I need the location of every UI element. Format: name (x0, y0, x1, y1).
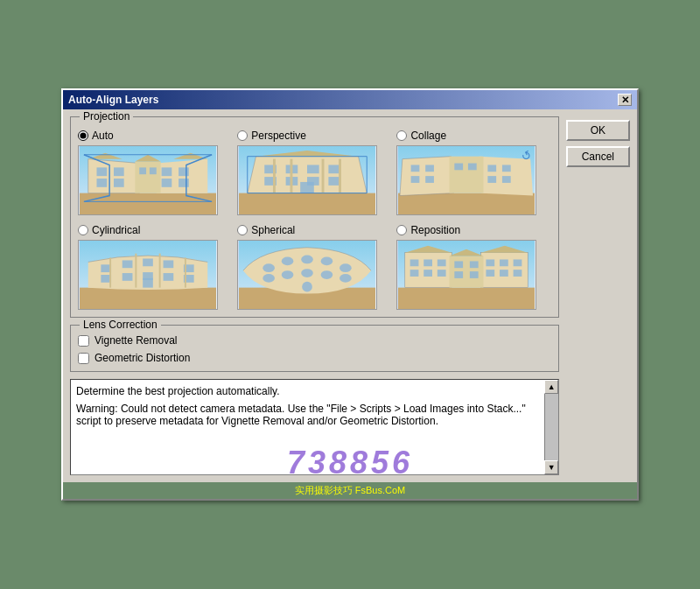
cylindrical-radio-row[interactable]: Cylindrical (78, 224, 140, 236)
svg-point-83 (282, 270, 294, 279)
auto-radio[interactable] (78, 130, 88, 141)
svg-rect-106 (514, 259, 522, 266)
svg-rect-62 (143, 258, 153, 266)
projection-collage-item: Collage (396, 130, 550, 215)
svg-rect-102 (424, 270, 433, 277)
buttons-panel: OK Cancel (566, 116, 630, 475)
svg-rect-103 (438, 270, 446, 277)
svg-rect-107 (486, 270, 495, 277)
svg-rect-35 (273, 159, 276, 193)
info-text-content: Determine the best projection automatica… (71, 380, 544, 474)
auto-label[interactable]: Auto (92, 130, 114, 142)
reposition-label[interactable]: Reposition (410, 224, 460, 236)
svg-point-86 (340, 274, 352, 283)
cylindrical-radio[interactable] (78, 225, 88, 235)
scroll-track (545, 394, 558, 460)
svg-rect-63 (164, 260, 174, 268)
auto-image (78, 145, 218, 215)
spherical-radio-row[interactable]: Spherical (237, 224, 295, 236)
geometric-label[interactable]: Geometric Distortion (94, 352, 190, 364)
svg-point-87 (302, 282, 312, 292)
dialog-body: Projection Auto (63, 109, 637, 482)
projection-title: Projection (80, 110, 133, 123)
svg-rect-5 (135, 162, 160, 193)
spherical-image (237, 240, 377, 310)
svg-rect-112 (455, 271, 464, 278)
svg-rect-104 (486, 259, 495, 266)
collage-label[interactable]: Collage (410, 130, 446, 142)
cylindrical-image (78, 240, 218, 310)
svg-rect-38 (339, 159, 341, 193)
svg-rect-54 (502, 176, 511, 183)
svg-point-79 (301, 256, 313, 264)
collage-radio[interactable] (396, 130, 407, 141)
vignette-checkbox[interactable] (78, 335, 89, 347)
collage-image: ↺ (396, 145, 536, 215)
scroll-up-button[interactable]: ▲ (544, 380, 558, 394)
reposition-radio-row[interactable]: Reposition (396, 224, 460, 236)
vignette-label[interactable]: Vignette Removal (94, 334, 178, 347)
svg-rect-53 (488, 176, 497, 183)
svg-point-84 (301, 269, 313, 277)
svg-point-78 (282, 257, 294, 266)
svg-rect-10 (114, 167, 124, 176)
collage-radio-row[interactable]: Collage (396, 130, 446, 142)
svg-rect-100 (438, 259, 446, 266)
spherical-radio[interactable] (237, 225, 248, 235)
perspective-image (237, 145, 377, 215)
svg-rect-89 (398, 288, 535, 309)
reposition-radio[interactable] (396, 225, 407, 235)
svg-rect-13 (162, 167, 172, 176)
svg-rect-1 (80, 193, 216, 214)
auto-radio-row[interactable]: Auto (78, 130, 114, 142)
projection-group: Projection Auto (70, 116, 559, 318)
title-bar: Auto-Align Layers ✕ (63, 90, 637, 109)
lens-correction-title: Lens Correction (80, 319, 161, 331)
projection-perspective-item: Perspective (237, 130, 391, 215)
perspective-label[interactable]: Perspective (251, 130, 306, 142)
svg-rect-71 (109, 258, 111, 288)
geometric-checkbox[interactable] (78, 353, 89, 364)
main-content: Projection Auto (70, 116, 559, 475)
spherical-label[interactable]: Spherical (251, 224, 295, 236)
projection-reposition-item: Reposition (396, 224, 550, 310)
svg-rect-14 (178, 167, 189, 176)
svg-rect-9 (97, 167, 108, 176)
lens-correction-options: Vignette Removal Geometric Distortion (78, 334, 551, 364)
svg-rect-15 (162, 179, 172, 187)
reposition-image (396, 240, 536, 310)
svg-rect-22 (239, 193, 375, 214)
cylindrical-label[interactable]: Cylindrical (92, 224, 140, 236)
svg-rect-48 (426, 165, 435, 172)
svg-rect-72 (135, 254, 136, 288)
svg-rect-51 (488, 165, 497, 172)
svg-rect-113 (470, 271, 479, 278)
svg-point-85 (321, 270, 333, 279)
projection-auto-item: Auto (78, 130, 232, 215)
cancel-button[interactable]: Cancel (566, 146, 630, 167)
svg-rect-68 (164, 273, 174, 281)
svg-rect-11 (97, 179, 108, 187)
perspective-radio[interactable] (237, 130, 248, 141)
svg-rect-105 (500, 259, 508, 266)
svg-rect-98 (410, 259, 419, 266)
vignette-row: Vignette Removal (78, 334, 551, 347)
svg-rect-46 (450, 157, 484, 193)
close-button[interactable]: ✕ (618, 94, 632, 106)
svg-rect-34 (300, 182, 314, 193)
svg-rect-73 (159, 254, 161, 288)
svg-rect-28 (307, 165, 319, 173)
svg-rect-52 (502, 165, 511, 172)
svg-rect-17 (139, 167, 146, 174)
info-line2: Warning: Could not detect camera metadat… (76, 403, 539, 427)
svg-rect-94 (450, 256, 484, 288)
svg-rect-110 (455, 261, 464, 268)
scroll-down-button[interactable]: ▼ (544, 460, 558, 474)
ok-button[interactable]: OK (566, 120, 630, 141)
perspective-radio-row[interactable]: Perspective (237, 130, 306, 142)
info-line1: Determine the best projection automatica… (76, 385, 539, 397)
projection-grid: Auto (78, 130, 551, 310)
svg-rect-42 (398, 193, 535, 214)
svg-point-81 (340, 263, 352, 272)
svg-rect-99 (424, 259, 433, 266)
